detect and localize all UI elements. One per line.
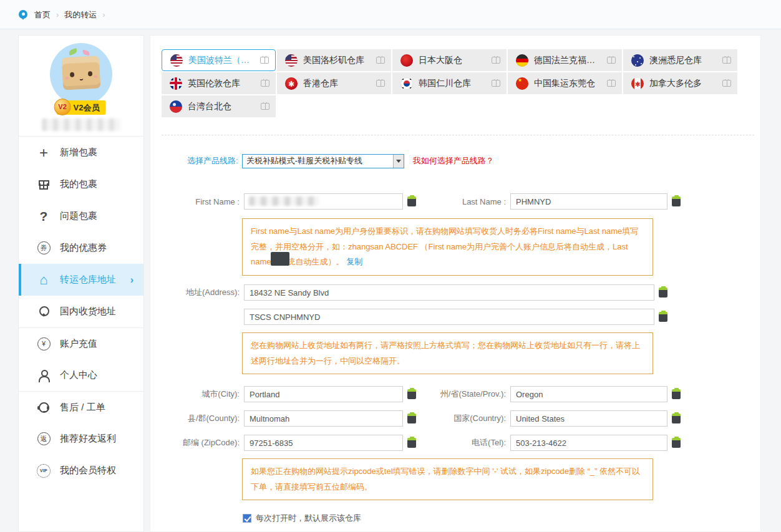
address-book-icon[interactable]	[607, 80, 616, 87]
city-input[interactable]	[244, 386, 403, 402]
tab-kr-incheon[interactable]: 韩国仁川仓库	[392, 72, 507, 94]
tab-cn-dongguan[interactable]: 中国集运东莞仓	[508, 72, 622, 94]
address-book-icon[interactable]	[722, 57, 731, 64]
address-book-icon[interactable]	[376, 57, 385, 64]
product-line-label: 选择产品线路:	[187, 155, 238, 167]
sidebar-item-warehouse-address[interactable]: ⌂ 转运仓库地址 ›	[19, 264, 143, 296]
tab-tw-taipei[interactable]: 台湾台北仓	[162, 95, 276, 117]
v2-medal-icon: V2	[54, 99, 71, 115]
location-pin-icon	[36, 306, 51, 318]
country-input[interactable]	[510, 410, 667, 427]
sidebar-item-domestic-address[interactable]: 国内收货地址	[19, 296, 143, 327]
flag-au-icon	[631, 54, 644, 67]
location-pin-icon	[19, 10, 29, 20]
default-warehouse-checkbox[interactable]	[243, 514, 251, 523]
sidebar-item-problem-packages[interactable]: ? 问题包裹	[19, 200, 143, 232]
sidebar-item-label: 推荐好友返利	[60, 433, 116, 445]
tel-label: 电话(Tel):	[431, 437, 506, 448]
breadcrumb-home[interactable]: 首页	[34, 9, 51, 21]
name-notice: First name与Last name为用户身份重要标识，请在购物网站填写收货…	[242, 218, 653, 276]
tab-us-portland[interactable]: 美国波特兰（免...	[162, 49, 276, 71]
copy-icon[interactable]	[672, 196, 681, 206]
zip-tel-row: 邮编 (ZipCode): 电话(Tel):	[160, 435, 681, 451]
yuan-icon: ¥	[36, 337, 51, 351]
tab-de-frankfurt[interactable]: 德国法兰克福仓库	[508, 49, 622, 71]
tab-ca-toronto[interactable]: 加拿大多伦多	[623, 72, 737, 94]
flag-ca-icon	[631, 77, 644, 90]
sidebar-item-label: 新增包裹	[60, 147, 97, 158]
copy-link[interactable]: 复制	[346, 257, 362, 266]
sidebar-item-label: 账户充值	[60, 338, 97, 350]
tab-hk[interactable]: 香港仓库	[277, 72, 391, 94]
copy-icon[interactable]	[407, 196, 416, 206]
address-book-icon[interactable]	[607, 57, 616, 64]
copy-icon[interactable]	[407, 438, 416, 448]
sidebar-item-label: 我的包裹	[60, 178, 97, 190]
flag-hk-icon	[285, 77, 298, 90]
chevron-right-icon: ›	[130, 274, 133, 286]
address-book-icon[interactable]	[492, 80, 500, 87]
zipcode-notice: 如果您正在购物的网站提示zipcode或tel填写错误，请删除数字中间 '-' …	[242, 458, 653, 500]
tab-us-losangeles[interactable]: 美国洛杉矶仓库	[277, 49, 391, 71]
copy-icon[interactable]	[659, 312, 667, 322]
zipcode-input[interactable]	[244, 435, 403, 451]
username-redacted	[42, 118, 120, 131]
state-input[interactable]	[510, 386, 667, 402]
tab-jp-osaka[interactable]: 日本大阪仓	[392, 49, 507, 71]
avatar[interactable]	[50, 43, 112, 105]
county-country-row: 县/郡(County): 国家(Country):	[160, 410, 681, 427]
sidebar-item-label: 我的优惠券	[60, 242, 107, 254]
sidebar-item-referral[interactable]: 返 推荐好友返利	[19, 423, 143, 455]
chevron-right-icon: ›	[56, 10, 59, 19]
address-label: 地址(Address):	[160, 287, 240, 298]
flag-us-icon	[285, 54, 298, 67]
address-book-icon[interactable]	[376, 80, 385, 87]
copy-icon[interactable]	[659, 288, 667, 297]
county-label: 县/郡(County):	[160, 413, 240, 424]
sidebar-item-recharge[interactable]: ¥ 账户充值	[19, 327, 143, 359]
sidebar-item-coupons[interactable]: 券 我的优惠券	[19, 232, 143, 264]
coupon-icon: 券	[36, 241, 51, 254]
breadcrumb: 首页 › 我的转运 ›	[19, 0, 105, 29]
sidebar-item-label: 我的会员特权	[60, 465, 116, 476]
sidebar-item-add-package[interactable]: + 新增包裹	[19, 137, 143, 168]
sidebar-item-aftersales[interactable]: 售后 / 工单	[19, 391, 143, 423]
sidebar-item-vip-privileges[interactable]: VIP 我的会员特权	[19, 455, 143, 486]
address-line2-input[interactable]	[244, 309, 654, 325]
product-line-help-link[interactable]: 我如何选择产品线路？	[413, 155, 494, 167]
copy-icon[interactable]	[407, 389, 416, 399]
sidebar-item-label: 售后 / 工单	[60, 402, 105, 414]
copy-icon[interactable]	[672, 414, 681, 423]
tab-au-sydney[interactable]: 澳洲悉尼仓库	[623, 49, 737, 71]
breadcrumb-current[interactable]: 我的转运	[64, 9, 97, 21]
sidebar-item-my-packages[interactable]: 我的包裹	[19, 168, 143, 200]
product-line-select[interactable]: 关税补贴模式-鞋服关税补贴专线	[242, 154, 404, 168]
main-panel: 美国波特兰（免... 美国洛杉矶仓库 日本大阪仓 德国法兰克福仓库 澳洲悉尼仓库	[150, 35, 761, 532]
member-badge: V2 V2会员	[57, 100, 106, 115]
avatar-decoration	[68, 48, 78, 56]
address-book-icon[interactable]	[260, 57, 269, 64]
country-label: 国家(Country):	[431, 413, 506, 424]
dropdown-arrow-icon[interactable]	[393, 155, 404, 168]
sidebar-item-personal-center[interactable]: 个人中心	[19, 359, 143, 391]
copy-icon[interactable]	[672, 389, 681, 399]
copy-icon[interactable]	[672, 438, 681, 448]
address-book-icon[interactable]	[722, 80, 731, 87]
flag-cn-icon	[516, 77, 528, 90]
plus-icon: +	[36, 147, 51, 159]
tel-input[interactable]	[510, 435, 667, 451]
address-book-icon[interactable]	[492, 57, 500, 64]
copy-icon[interactable]	[407, 414, 416, 423]
tab-gb-london[interactable]: 英国伦敦仓库	[162, 72, 276, 94]
flag-tw-icon	[170, 100, 182, 113]
address-row-1: 地址(Address):	[160, 284, 667, 301]
address-book-icon[interactable]	[261, 103, 269, 110]
last-name-input[interactable]	[510, 193, 667, 210]
address-book-icon[interactable]	[261, 80, 269, 87]
flag-us-icon	[170, 54, 183, 67]
package-icon	[36, 179, 51, 190]
address-line1-input[interactable]	[244, 284, 654, 301]
county-input[interactable]	[244, 410, 403, 427]
avatar-box-character	[62, 56, 101, 90]
state-label: 州/省(State/Prov.):	[431, 389, 506, 400]
